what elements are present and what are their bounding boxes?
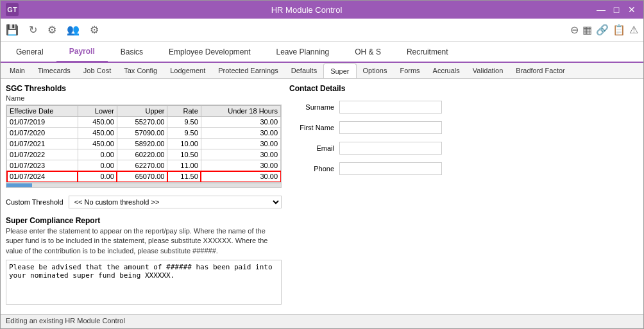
window-title: HR Module Control [19, 5, 595, 15]
contact-row-firstname: First Name [289, 121, 638, 134]
subtab-super[interactable]: Super [323, 63, 356, 78]
sgc-table-wrapper[interactable]: Effective Date Lower Upper Rate Under 18… [6, 105, 282, 183]
table-row[interactable]: 01/07/20220.0060220.0010.5030.00 [7, 149, 281, 160]
subtab-lodgement[interactable]: Lodgement [164, 63, 212, 78]
subtab-timecards[interactable]: Timecards [31, 63, 77, 78]
col-upper: Upper [117, 106, 167, 117]
scrollbar-thumb [6, 183, 32, 187]
subtab-forms[interactable]: Forms [393, 63, 426, 78]
phone-label: Phone [289, 165, 334, 173]
compliance-description: Please enter the statement to appear on … [6, 226, 282, 256]
content-area: SGC Thresholds Name Effective Date Lower… [1, 79, 643, 314]
toolbar-right: ⊖ ▦ 🔗 📋 ⚠ [570, 24, 638, 36]
subtab-bradford-factor[interactable]: Bradford Factor [509, 63, 571, 78]
phone-input[interactable] [339, 162, 442, 175]
subtab-defaults[interactable]: Defaults [285, 63, 323, 78]
tab-recruitment[interactable]: Recruitment [394, 42, 461, 62]
title-bar-left: GT [6, 3, 19, 16]
col-effective-date: Effective Date [7, 106, 78, 117]
contact-row-surname: Surname [289, 101, 638, 114]
subtab-main[interactable]: Main [3, 63, 31, 78]
toolbar: 💾 ↻ ⚙ 👥 ⚙ ⊖ ▦ 🔗 📋 ⚠ [1, 19, 643, 42]
status-bar: Editing an existing HR Module Control [1, 314, 643, 328]
link-icon[interactable]: 🔗 [596, 24, 609, 36]
email-input[interactable] [339, 142, 442, 155]
subtab-job-cost[interactable]: Job Cost [77, 63, 117, 78]
surname-input[interactable] [339, 101, 442, 114]
settings2-icon[interactable]: ⚙ [90, 24, 99, 36]
compliance-title: Super Compliance Report [6, 216, 282, 225]
threshold-select[interactable]: << No custom threshold >> [69, 196, 282, 208]
col-under18: Under 18 Hours [201, 106, 280, 117]
table-row[interactable]: 01/07/2021450.0058920.0010.0030.00 [7, 139, 281, 149]
alert-icon[interactable]: ⚠ [629, 24, 638, 36]
tab-leave-planning[interactable]: Leave Planning [263, 42, 342, 62]
table-row[interactable]: 01/07/20230.0062270.0011.0030.00 [7, 160, 281, 171]
right-panel: Contact Details Surname First Name Email… [289, 84, 638, 309]
subtab-accruals[interactable]: Accruals [427, 63, 466, 78]
save-icon[interactable]: 💾 [6, 24, 19, 36]
people-icon[interactable]: 👥 [67, 24, 80, 36]
col-lower: Lower [78, 106, 117, 117]
subtab-tax-config[interactable]: Tax Config [117, 63, 164, 78]
window-controls: — □ ✕ [595, 3, 638, 16]
subtab-validation[interactable]: Validation [466, 63, 510, 78]
table-row[interactable]: 01/07/20240.0065070.0011.5030.00 [7, 171, 281, 182]
refresh-icon[interactable]: ↻ [29, 24, 37, 36]
subtab-protected-earnings[interactable]: Protected Earnings [212, 63, 285, 78]
maximize-button[interactable]: □ [610, 3, 623, 16]
horizontal-scrollbar[interactable] [6, 183, 282, 188]
email-label: Email [289, 144, 334, 152]
contact-row-email: Email [289, 142, 638, 155]
table-row[interactable]: 01/07/2019450.0055270.009.5030.00 [7, 117, 281, 128]
threshold-row: Custom Threshold << No custom threshold … [6, 196, 282, 208]
copy-icon[interactable]: 📋 [613, 24, 625, 36]
compliance-textarea[interactable] [6, 260, 282, 305]
firstname-input[interactable] [339, 121, 442, 134]
tab-general[interactable]: General [3, 42, 56, 62]
grid-icon[interactable]: ▦ [582, 24, 592, 36]
status-text: Editing an existing HR Module Control [6, 317, 125, 325]
title-bar: GT HR Module Control — □ ✕ [1, 1, 643, 19]
subtab-options[interactable]: Options [357, 63, 394, 78]
sgc-title: SGC Thresholds [6, 84, 282, 93]
toolbar-left: 💾 ↻ ⚙ 👥 ⚙ [6, 24, 99, 36]
firstname-label: First Name [289, 124, 334, 131]
tab-payroll[interactable]: Payroll [56, 42, 108, 63]
col-rate: Rate [167, 106, 201, 117]
sub-tabs: Main Timecards Job Cost Tax Config Lodge… [1, 63, 643, 79]
compliance-section: Super Compliance Report Please enter the… [6, 216, 282, 307]
contact-title: Contact Details [289, 84, 638, 93]
main-tabs: General Payroll Basics Employee Developm… [1, 42, 643, 63]
left-panel: SGC Thresholds Name Effective Date Lower… [6, 84, 282, 309]
gt-logo: GT [6, 3, 19, 16]
main-window: GT HR Module Control — □ ✕ 💾 ↻ ⚙ 👥 ⚙ ⊖ ▦… [0, 0, 644, 329]
surname-label: Surname [289, 103, 334, 111]
tab-employee-development[interactable]: Employee Development [156, 42, 263, 62]
back-icon[interactable]: ⊖ [570, 24, 579, 36]
name-label: Name [6, 94, 282, 102]
table-row[interactable]: 01/07/2020450.0057090.009.5030.00 [7, 128, 281, 139]
close-button[interactable]: ✕ [625, 3, 638, 16]
tools-icon[interactable]: ⚙ [47, 24, 56, 36]
tab-basics[interactable]: Basics [108, 42, 156, 62]
sgc-section: SGC Thresholds Name Effective Date Lower… [6, 84, 282, 188]
minimize-button[interactable]: — [595, 3, 607, 16]
tab-oh-s[interactable]: OH & S [342, 42, 394, 62]
contact-row-phone: Phone [289, 162, 638, 175]
sgc-table: Effective Date Lower Upper Rate Under 18… [6, 105, 281, 182]
threshold-label: Custom Threshold [6, 198, 64, 206]
